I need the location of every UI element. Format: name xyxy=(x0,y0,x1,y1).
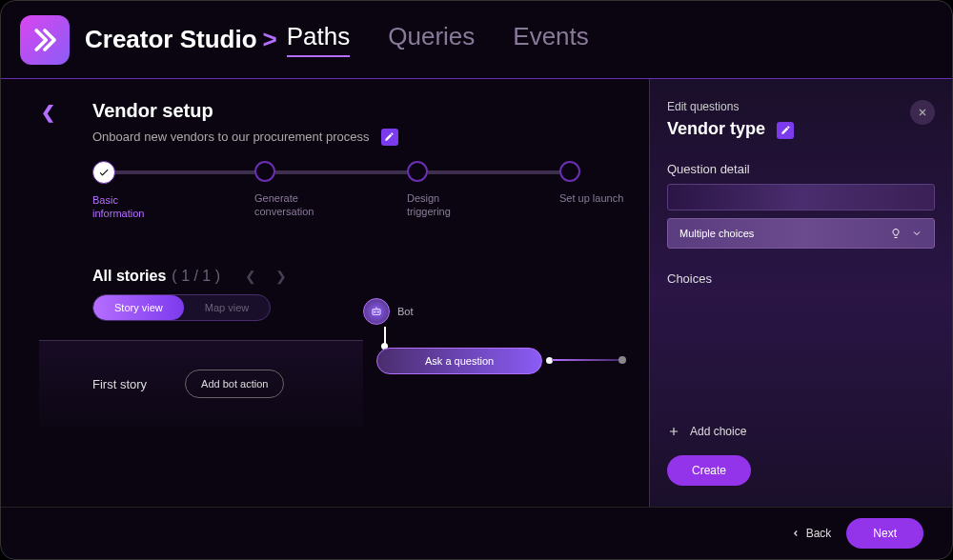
edit-title-button[interactable] xyxy=(777,122,794,139)
step-setup-launch[interactable]: Set up launch xyxy=(559,161,623,205)
stories-count: ( 1 / 1 ) xyxy=(172,268,220,285)
left-panel: ❮ Vendor setup Onboard new vendors to ou… xyxy=(1,79,649,507)
close-panel-button[interactable] xyxy=(910,100,935,125)
page-description: Onboard new vendors to our procurement p… xyxy=(92,130,370,144)
page-title: Vendor setup xyxy=(92,100,649,122)
connector-end-dot[interactable] xyxy=(618,356,626,364)
create-button[interactable]: Create xyxy=(667,455,751,486)
question-detail-label: Question detail xyxy=(667,162,935,176)
bot-icon xyxy=(370,305,383,318)
connector-line xyxy=(552,359,618,361)
logo-icon xyxy=(30,26,59,54)
question-detail-input[interactable] xyxy=(667,184,935,210)
chevron-down-icon xyxy=(911,228,923,239)
back-chevron-icon[interactable]: ❮ xyxy=(41,102,55,123)
app-title: Creator Studio xyxy=(85,25,257,54)
panel-title: Vendor type xyxy=(667,119,765,139)
step-basic-info[interactable]: Basic information xyxy=(92,161,254,221)
tab-paths[interactable]: Paths xyxy=(287,22,351,57)
back-button[interactable]: Back xyxy=(791,527,832,540)
step-generate-conversation[interactable]: Generate conversation xyxy=(254,161,407,219)
step-design-triggering[interactable]: Design triggering xyxy=(407,161,559,219)
tab-events[interactable]: Events xyxy=(513,22,589,57)
story-name: First story xyxy=(92,377,147,391)
flow-canvas: Bot Ask a question xyxy=(363,298,649,489)
edit-panel: Edit questions Vendor type Question deta… xyxy=(649,79,952,507)
ask-question-node[interactable]: Ask a question xyxy=(376,348,542,374)
stories-prev-icon[interactable]: ❮ xyxy=(245,269,256,284)
question-type-select[interactable]: Multiple choices xyxy=(667,218,935,249)
next-button[interactable]: Next xyxy=(846,518,923,549)
app-logo xyxy=(20,15,70,65)
map-view-button[interactable]: Map view xyxy=(184,295,270,320)
select-value: Multiple choices xyxy=(679,228,754,239)
footer: Back Next xyxy=(1,507,952,559)
panel-subtitle: Edit questions xyxy=(667,100,794,113)
chevron-left-icon xyxy=(791,529,801,538)
bot-label: Bot xyxy=(397,306,414,317)
check-icon xyxy=(98,167,110,178)
pencil-icon xyxy=(781,125,791,135)
bot-node[interactable]: Bot xyxy=(363,298,649,325)
choices-area xyxy=(667,293,935,406)
edit-description-button[interactable] xyxy=(381,129,398,146)
story-card: First story Add bot action xyxy=(39,340,363,427)
header-tabs: Paths Queries Events xyxy=(287,22,589,57)
lightbulb-icon xyxy=(890,228,902,239)
close-icon xyxy=(917,107,928,118)
plus-icon xyxy=(667,425,680,438)
app-header: Creator Studio > Paths Queries Events xyxy=(1,1,952,79)
tab-queries[interactable]: Queries xyxy=(388,22,475,57)
stories-title: All stories xyxy=(92,268,166,285)
progress-steps: Basic information Generate conversation … xyxy=(92,161,649,221)
breadcrumb-separator: > xyxy=(263,25,277,54)
svg-point-2 xyxy=(377,311,378,312)
view-toggle: Story view Map view xyxy=(92,294,271,321)
add-choice-button[interactable]: Add choice xyxy=(667,425,935,438)
add-bot-action-button[interactable]: Add bot action xyxy=(185,370,284,398)
svg-point-1 xyxy=(375,311,375,312)
story-view-button[interactable]: Story view xyxy=(93,295,184,320)
stories-next-icon[interactable]: ❯ xyxy=(275,269,287,284)
choices-label: Choices xyxy=(667,271,935,286)
pencil-icon xyxy=(384,131,395,142)
